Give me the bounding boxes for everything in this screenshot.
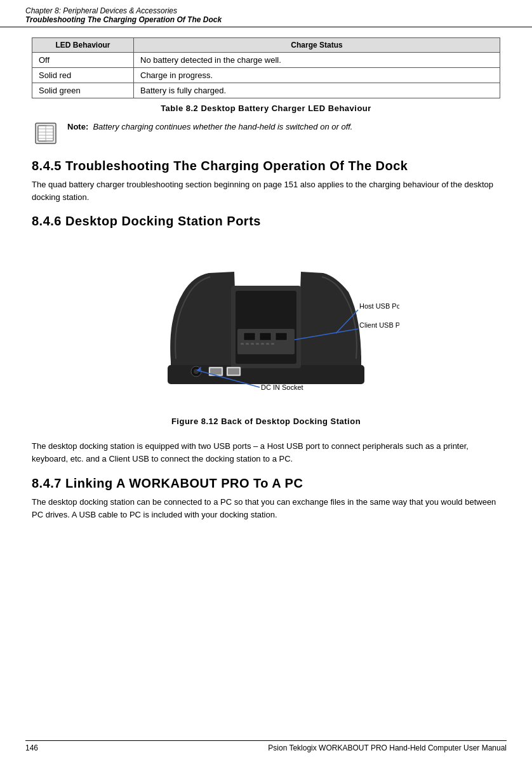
footer-page-number: 146: [25, 743, 38, 752]
table-cell-status-2: Battery is fully charged.: [134, 83, 500, 98]
book-icon: [32, 119, 60, 147]
svg-rect-19: [251, 343, 254, 345]
svg-rect-27: [210, 368, 222, 375]
svg-rect-16: [276, 333, 287, 340]
svg-rect-20: [256, 343, 259, 345]
svg-text:Client USB Port: Client USB Port: [359, 321, 399, 329]
table-cell-status-0: No battery detected in the charge well.: [134, 53, 500, 68]
footer-manual-title: Psion Teklogix WORKABOUT PRO Hand-Held C…: [268, 743, 507, 752]
svg-rect-14: [244, 333, 255, 340]
svg-text:Host USB Port: Host USB Port: [359, 302, 399, 310]
page-wrapper: Chapter 8: Peripheral Devices & Accessor…: [0, 0, 532, 760]
svg-rect-17: [241, 343, 244, 345]
note-label: Note:: [67, 122, 88, 131]
svg-rect-29: [228, 368, 239, 375]
table-row: Solid red Charge in progress.: [32, 68, 500, 83]
chapter-title: Chapter 8: Peripheral Devices & Accessor…: [25, 6, 507, 15]
note-icon: [32, 119, 60, 147]
section-845-body: The quad battery charger troubleshooting…: [32, 178, 500, 204]
section-845-heading: 8.4.5 Troubleshooting The Charging Opera…: [32, 159, 500, 173]
dock-illustration: Host USB Port Client USB Port DC IN Sock…: [133, 235, 399, 413]
table-cell-status-1: Charge in progress.: [134, 68, 500, 83]
table-cell-led-0: Off: [32, 53, 134, 68]
figure-image-area: Host USB Port Client USB Port DC IN Sock…: [133, 235, 399, 413]
figure-container: Host USB Port Client USB Port DC IN Sock…: [32, 235, 500, 435]
table-row: Solid green Battery is fully charged.: [32, 83, 500, 98]
svg-text:DC IN Socket: DC IN Socket: [261, 383, 303, 391]
svg-rect-22: [266, 343, 269, 345]
note-body: Battery charging continues whether the h…: [93, 122, 352, 131]
led-behaviour-table: LED Behaviour Charge Status Off No batte…: [32, 37, 500, 98]
svg-rect-15: [260, 333, 271, 340]
svg-rect-23: [271, 343, 274, 345]
section-847-heading: 8.4.7 Linking A WORKABOUT PRO To A PC: [32, 476, 500, 491]
page-header: Chapter 8: Peripheral Devices & Accessor…: [0, 0, 532, 27]
section-846-body: The desktop docking station is equipped …: [32, 440, 500, 465]
table-cell-led-1: Solid red: [32, 68, 134, 83]
table-cell-led-2: Solid green: [32, 83, 134, 98]
table-header-charge: Charge Status: [134, 38, 500, 53]
header-section-title: Troubleshooting The Charging Operation O…: [25, 15, 507, 24]
table-caption: Table 8.2 Desktop Battery Charger LED Be…: [32, 103, 500, 113]
note-box: Note: Battery charging continues whether…: [32, 119, 500, 147]
main-content: LED Behaviour Charge Status Off No batte…: [0, 37, 532, 544]
svg-rect-21: [261, 343, 264, 345]
figure-caption: Figure 8.12 Back of Desktop Docking Stat…: [171, 417, 361, 426]
table-header-led: LED Behaviour: [32, 38, 134, 53]
section-847-body: The desktop docking station can be conne…: [32, 496, 500, 521]
section-846-heading: 8.4.6 Desktop Docking Station Ports: [32, 214, 500, 229]
table-row: Off No battery detected in the charge we…: [32, 53, 500, 68]
page-footer: 146 Psion Teklogix WORKABOUT PRO Hand-He…: [25, 740, 507, 752]
svg-rect-18: [246, 343, 249, 345]
note-text: Note: Battery charging continues whether…: [67, 119, 352, 131]
